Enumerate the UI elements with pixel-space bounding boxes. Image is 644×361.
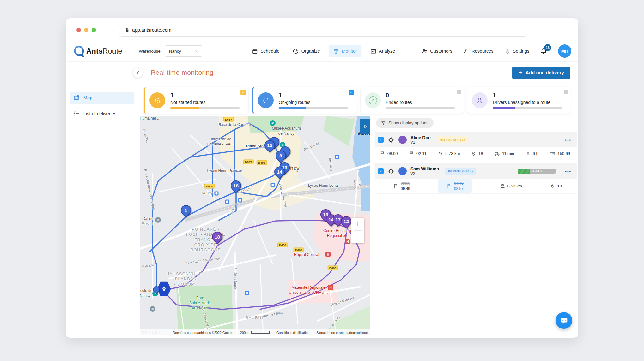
navbar-right: Customers Resources Settings 16 MH: [422, 44, 571, 58]
hospital-icon: H: [328, 285, 333, 290]
customers-link[interactable]: Customers: [422, 48, 452, 54]
chevron-down-icon: [195, 49, 199, 53]
map-pin[interactable]: 18: [212, 231, 223, 243]
app-navbar: AntsRoute Warehouse Nancy Schedule Organ…: [66, 41, 578, 61]
tab-organize-label: Organize: [301, 49, 320, 54]
window-close-button[interactable]: [76, 28, 81, 32]
map-report-link[interactable]: Signaler une erreur cartographique: [316, 331, 368, 334]
card-ended-routes: ✓ 0 Ended routes: [361, 87, 464, 114]
driver-stats-alice: 08:00 02:11 5.73 km 18: [375, 147, 577, 160]
banknote-icon: 1: [550, 151, 555, 157]
driver-vehicle: V1: [410, 140, 431, 145]
driver-avatar: [398, 136, 407, 144]
locate-icon[interactable]: [387, 168, 395, 175]
map-label: Lycée Henri-Poincaré: [207, 169, 244, 174]
customers-icon: [422, 48, 428, 54]
main-tabs: Schedule Organize Monitor Analyze: [247, 45, 399, 57]
tab-schedule[interactable]: Schedule: [247, 45, 284, 57]
zoom-in-button[interactable]: +: [351, 218, 364, 230]
notifications-badge: 16: [544, 44, 551, 51]
card-value: 0: [386, 92, 455, 99]
collapse-sidebar-button[interactable]: [133, 68, 143, 78]
map-label: Rue de Nabécor: [331, 296, 355, 307]
driver-row-sam[interactable]: ✓ Sam Williams V2 IN PROGRESS 33.33 % ••…: [375, 163, 577, 179]
card-checkbox[interactable]: ✓: [240, 90, 246, 95]
stat-end-time: 02:11: [409, 151, 427, 156]
chevron-left-icon: [136, 71, 140, 75]
warehouse-select[interactable]: Nancy: [165, 45, 202, 57]
poi-icon: ◉: [270, 120, 276, 126]
card-label: Drivers unassigned to a route: [493, 100, 562, 105]
map-pin[interactable]: 14: [274, 166, 285, 178]
warehouse-label: Warehouse: [139, 49, 161, 54]
add-one-delivery-button[interactable]: + Add one delivery: [512, 67, 570, 79]
flag-icon: [380, 151, 385, 156]
locate-icon[interactable]: [387, 136, 395, 144]
chat-widget-button[interactable]: [556, 312, 572, 329]
user-avatar[interactable]: MH: [558, 44, 571, 58]
stat-start-time: 08:00: [380, 151, 398, 156]
card-checkbox[interactable]: ✓: [349, 90, 354, 95]
lock-icon: [125, 27, 129, 32]
zoom-out-button[interactable]: −: [351, 231, 364, 243]
window-zoom-button[interactable]: [92, 28, 96, 32]
card-checkbox[interactable]: [564, 90, 568, 94]
driver-stats-sam: 08:0009:49 04:4903:57 6.53 km 18: [375, 179, 577, 194]
driver-checkbox[interactable]: ✓: [378, 137, 384, 143]
road-badge: D657: [243, 160, 254, 164]
sidebar: Map List of deliveries: [66, 61, 138, 338]
svg-text:1: 1: [552, 153, 553, 155]
hospital-icon: H: [345, 239, 350, 244]
map-pin[interactable]: [153, 286, 160, 293]
sidebar-item-map[interactable]: Map: [70, 92, 134, 104]
stat-start-times: 08:0009:49: [393, 181, 410, 191]
driver-checkbox[interactable]: ✓: [378, 168, 384, 174]
show-display-options-button[interactable]: Show display options: [376, 118, 434, 128]
tab-organize[interactable]: Organize: [289, 45, 325, 57]
check-circle-icon: ✓: [365, 92, 381, 108]
map-pin[interactable]: 15: [264, 140, 276, 152]
map-pin[interactable]: 1: [180, 205, 192, 217]
card-checkbox[interactable]: [457, 90, 461, 94]
settings-link[interactable]: Settings: [504, 48, 529, 54]
stat-drive-time: 11 min: [494, 151, 514, 157]
map[interactable]: Humaines…Place de la CarrièreMusée-Aquar…: [140, 116, 370, 335]
transit-station-icon: [271, 183, 275, 187]
driver-menu-button[interactable]: •••: [565, 138, 571, 142]
url-text: app.antsroute.com: [132, 27, 171, 33]
driver-vehicle: V2: [410, 171, 439, 176]
map-label: Maternité Régionale Universitaire - CHRU…: [289, 285, 328, 295]
window-minimize-button[interactable]: [84, 28, 88, 32]
driver-row-alice[interactable]: ✓ Alice Doe V1 NOT STARTED •••: [375, 132, 577, 147]
map-pin[interactable]: 18: [230, 180, 242, 192]
resources-link[interactable]: Resources: [463, 48, 493, 54]
map-label: Rue Gabriel Mouilleron: [186, 256, 220, 265]
map-label: Rue Bailly: [328, 157, 334, 172]
address-bar[interactable]: app.antsroute.com: [119, 23, 527, 37]
sidebar-item-deliveries[interactable]: List of deliveries: [70, 107, 134, 120]
map-pin[interactable]: 12: [341, 216, 352, 228]
notifications-button[interactable]: 16: [540, 47, 547, 56]
road-badge: D400: [277, 243, 288, 247]
map-label: Lycée Henri Loritz: [308, 183, 338, 188]
card-progress: [493, 107, 562, 109]
person-icon: [472, 92, 488, 108]
person-gear-icon: [463, 48, 469, 54]
map-label: École de Nancy: [140, 288, 152, 298]
map-terms-link[interactable]: Conditions d'utilisation: [276, 331, 309, 334]
status-badge: NOT STARTED: [437, 136, 468, 143]
tab-monitor[interactable]: Monitor: [329, 45, 361, 57]
sidebar-item-map-label: Map: [83, 95, 92, 100]
driver-menu-button[interactable]: •••: [565, 169, 571, 174]
map-pin[interactable]: 8: [275, 150, 287, 162]
plus-icon: +: [518, 69, 522, 76]
map-label: Humaines…: [140, 116, 161, 121]
collapse-panel-button[interactable]: [360, 119, 370, 134]
browser-toolbar: app.antsroute.com: [66, 18, 578, 41]
spinner-icon: [258, 92, 274, 108]
antsroute-logo[interactable]: AntsRoute: [74, 46, 122, 57]
map-label: Parc Sainte-Marie de Nancy: [189, 296, 211, 311]
warehouse-control: Warehouse Nancy: [139, 45, 202, 57]
map-attribution: Données cartographiques ©2022 Google 200…: [140, 329, 370, 335]
tab-analyze[interactable]: Analyze: [366, 45, 400, 57]
